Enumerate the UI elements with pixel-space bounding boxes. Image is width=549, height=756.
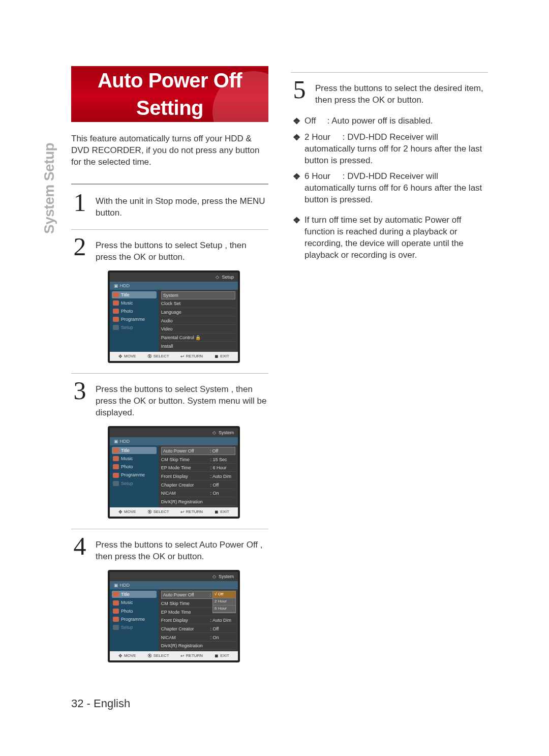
footer-move: MOVE — [124, 354, 136, 359]
sidebar-item: Title — [121, 447, 130, 453]
menu-value: : 6 Hour — [210, 465, 235, 471]
option-2hour: ❖ 2 Hour : DVD-HDD Receiver will automat… — [291, 132, 488, 167]
menu-value: : Off — [209, 448, 233, 454]
menu-label: CM Skip Time — [161, 457, 207, 463]
menu-label: NICAM — [161, 634, 207, 641]
menu-value: : 15 Sec — [210, 457, 235, 463]
step-number: 4 — [71, 533, 88, 559]
step-text: Press the buttons to select System , the… — [96, 380, 268, 419]
footer-return: RETURN — [186, 509, 203, 515]
sidebar-item: Title — [121, 292, 130, 298]
menu-label: Chapter Creator — [161, 626, 207, 632]
osd-footer: ✥MOVE ⦿SELECT ↩RETURN ⏹EXIT — [110, 352, 238, 361]
footer-move: MOVE — [124, 509, 136, 515]
bullet-icon: ❖ — [293, 171, 300, 183]
osd-main: System Clock Set Language Audio Video Pa… — [159, 290, 238, 352]
step-1: 1 With the unit in Stop mode, press the … — [71, 192, 268, 219]
option-note-text: If turn off time set by automatic Power … — [304, 215, 488, 261]
sidebar-item: Music — [121, 300, 133, 306]
option-sep: : — [343, 132, 345, 142]
osd-sidebar: Title Music Photo Programme Setup — [110, 445, 159, 507]
step-number: 3 — [71, 378, 88, 403]
sidebar-item: Programme — [121, 616, 145, 622]
divider — [71, 229, 268, 230]
option-sep: : — [343, 171, 345, 181]
divider — [291, 72, 488, 73]
step-text: Press the buttons to select the desired … — [315, 79, 488, 106]
sidebar-item: Setup — [121, 480, 133, 487]
menu-label: Front Display — [161, 473, 207, 479]
manual-page: Auto Power Off Setting This feature auto… — [0, 0, 549, 756]
sidebar-item: Setup — [121, 324, 133, 330]
screenshot-setup-menu: ◇ Setup ▣ HDD Title Music Photo Programm… — [108, 270, 240, 363]
osd-footer: ✥MOVE ⦿SELECT ↩RETURN ⏹EXIT — [110, 651, 238, 660]
option-item: 6 Hour — [215, 606, 227, 611]
footer-return: RETURN — [186, 354, 203, 359]
footer-exit: EXIT — [220, 509, 229, 515]
osd-sidebar: Title Music Photo Programme Setup — [110, 290, 159, 352]
menu-value: : Auto Dim — [210, 473, 235, 479]
footer-select: SELECT — [154, 354, 169, 359]
menu-label: NICAM — [161, 490, 207, 496]
crumb-label: Setup — [222, 274, 234, 280]
option-note: ❖ If turn off time set by automatic Powe… — [291, 215, 488, 261]
menu-item: Video — [161, 326, 207, 332]
title-text: Auto Power Off Setting — [71, 67, 268, 122]
option-sep: : — [327, 116, 330, 126]
bullet-icon: ❖ — [293, 132, 300, 144]
osd-main: Auto Power Off: Off CM Skip Time: 15 Sec… — [159, 445, 238, 507]
menu-value: : Auto Dim — [210, 617, 235, 623]
menu-label: CM Skip Time — [161, 600, 207, 607]
osd-main: Auto Power Off: CM Skip Time EP Mode Tim… — [159, 589, 238, 651]
step-text: With the unit in Stop mode, press the ME… — [96, 192, 268, 219]
menu-item: System — [163, 292, 207, 298]
bullet-icon: ❖ — [293, 215, 300, 227]
sidebar-item: Photo — [121, 308, 133, 314]
menu-value: : On — [210, 634, 235, 641]
menu-value: : Off — [210, 482, 235, 488]
menu-label: DivX(R) Registration — [161, 643, 207, 649]
menu-item: Clock Set — [161, 300, 207, 307]
step-5: 5 Press the buttons to select the desire… — [291, 79, 488, 106]
right-column: 5 Press the buttons to select the desire… — [291, 66, 488, 672]
footer-move: MOVE — [124, 653, 136, 659]
step-number: 2 — [71, 234, 88, 259]
osd-footer: ✥MOVE ⦿SELECT ↩RETURN ⏹EXIT — [110, 507, 238, 517]
option-term: Off — [304, 115, 325, 127]
hdd-label: HDD — [120, 439, 130, 444]
option-list: ❖ Off : Auto power off is disabled. ❖ 2 … — [291, 115, 488, 261]
footer-select: SELECT — [154, 509, 169, 515]
hdd-label: HDD — [120, 283, 130, 288]
screenshot-system-menu: ◇ System ▣ HDD Title Music Photo Program… — [108, 426, 240, 519]
menu-item: Install — [161, 343, 207, 349]
crumb-icon: ◇ — [212, 430, 216, 436]
sidebar-item: Photo — [121, 608, 133, 614]
option-item: Off — [218, 592, 224, 596]
menu-label: DivX(R) Registration — [161, 499, 207, 505]
menu-item: Audio — [161, 318, 207, 324]
hdd-label: HDD — [120, 583, 130, 588]
menu-label: EP Mode Time — [161, 465, 207, 471]
option-off: ❖ Off : Auto power off is disabled. — [291, 115, 488, 128]
option-popup: √ Off 2 Hour 6 Hour — [212, 591, 236, 613]
crumb-label: System — [219, 573, 234, 580]
menu-label: Front Display — [161, 617, 207, 623]
option-item: 2 Hour — [215, 599, 227, 603]
sidebar-item: Music — [121, 456, 133, 462]
menu-item: Language — [161, 309, 207, 315]
crumb-icon: ◇ — [212, 573, 216, 580]
step-text: Press the buttons to select Auto Power O… — [96, 535, 268, 563]
intro-paragraph: This feature automatically turns off you… — [71, 133, 268, 168]
step-text: Press the buttons to select Setup , then… — [96, 236, 268, 263]
menu-label: EP Mode Time — [161, 609, 207, 615]
step-2: 2 Press the buttons to select Setup , th… — [71, 236, 268, 263]
option-term: 2 Hour — [304, 132, 340, 143]
menu-label: Auto Power Off — [163, 592, 207, 598]
crumb-label: System — [219, 430, 234, 436]
bullet-icon: ❖ — [293, 116, 300, 128]
option-6hour: ❖ 6 Hour : DVD-HDD Receiver will automat… — [291, 171, 488, 206]
osd-sidebar: Title Music Photo Programme Setup — [110, 589, 159, 651]
left-column: Auto Power Off Setting This feature auto… — [71, 66, 268, 672]
menu-value: : Off — [210, 626, 235, 632]
sidebar-item: Title — [121, 591, 130, 597]
